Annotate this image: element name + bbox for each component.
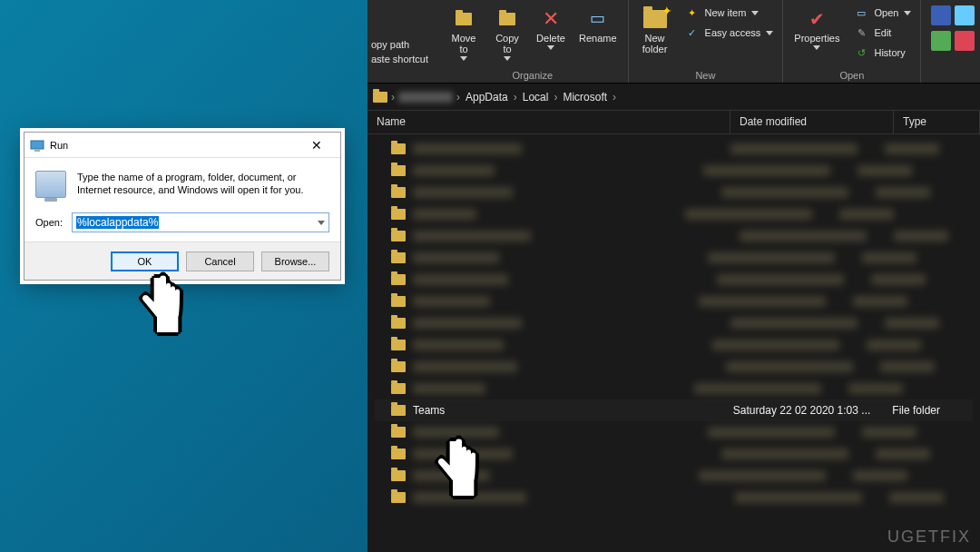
file-name-label: Teams: [413, 404, 733, 417]
organize-label: Organize: [512, 70, 553, 81]
chevron-down-icon: [904, 11, 911, 15]
breadcrumb-appdata[interactable]: AppData: [464, 91, 510, 104]
watermark: UGETFIX: [887, 527, 971, 547]
copy-to-button[interactable]: Copy to: [486, 4, 528, 64]
folder-icon: [391, 296, 406, 307]
list-item[interactable]: [375, 312, 973, 334]
folder-icon: [391, 427, 406, 438]
breadcrumb-separator: ›: [612, 91, 616, 104]
list-item[interactable]: [375, 378, 973, 399]
ribbon: opy path aste shortcut Move to Copy to ✕…: [368, 0, 980, 84]
breadcrumb-blurred[interactable]: [398, 92, 453, 103]
folder-icon: [391, 361, 406, 372]
browse-button[interactable]: Browse...: [261, 251, 329, 271]
edit-icon: ✎: [858, 27, 866, 39]
edit-button[interactable]: ✎Edit: [850, 24, 915, 42]
svg-rect-0: [31, 141, 44, 149]
list-item[interactable]: [375, 334, 973, 356]
list-item[interactable]: [375, 465, 973, 487]
folder-icon: [391, 470, 406, 481]
list-item[interactable]: [375, 487, 973, 508]
ok-button[interactable]: OK: [111, 251, 179, 271]
list-item-teams[interactable]: Teams Saturday 22 02 2020 1:03 ... File …: [375, 399, 973, 421]
list-item[interactable]: [375, 160, 973, 182]
move-to-button[interactable]: Move to: [443, 4, 485, 64]
folder-icon: [391, 143, 406, 154]
list-item[interactable]: [375, 182, 973, 203]
list-item[interactable]: [375, 291, 973, 312]
sparkle-icon: ✦: [688, 7, 696, 19]
delete-button[interactable]: ✕Delete: [530, 4, 572, 54]
widget-tile[interactable]: [931, 31, 951, 51]
run-input[interactable]: %localappdata%: [72, 212, 329, 232]
list-item[interactable]: [375, 269, 973, 291]
new-label: New: [695, 70, 715, 81]
breadcrumb-local[interactable]: Local: [521, 91, 551, 104]
folder-icon: [391, 318, 406, 329]
column-header-date[interactable]: Date modified: [730, 111, 894, 133]
delete-icon: ✕: [543, 8, 559, 30]
file-explorer-window: opy path aste shortcut Move to Copy to ✕…: [368, 0, 980, 552]
new-folder-button[interactable]: ✦New folder: [634, 4, 676, 58]
list-item[interactable]: [375, 421, 973, 443]
folder-icon: [499, 13, 515, 25]
new-item-button[interactable]: ✦New item: [681, 4, 778, 22]
folder-icon: [391, 187, 406, 198]
folder-icon: [391, 252, 406, 263]
list-item[interactable]: [375, 356, 973, 378]
chevron-down-icon: [547, 45, 554, 50]
column-header-name[interactable]: Name: [368, 111, 730, 133]
column-header-type[interactable]: Type: [894, 111, 980, 133]
folder-icon: [391, 340, 406, 350]
run-titlebar[interactable]: Run ✕: [24, 133, 340, 158]
widget-tile[interactable]: [931, 5, 951, 25]
ribbon-group-organize: Move to Copy to ✕Delete ▭Rename Organize: [437, 0, 629, 83]
cancel-button[interactable]: Cancel: [186, 251, 254, 271]
list-item[interactable]: [375, 247, 973, 269]
copy-path-button[interactable]: opy path: [371, 39, 428, 50]
folder-icon: [391, 165, 406, 176]
folder-icon: [391, 231, 406, 242]
column-headers: Name Date modified Type: [368, 111, 980, 134]
open-group-label: Open: [839, 70, 864, 81]
chevron-down-icon: [751, 11, 759, 15]
list-item[interactable]: [375, 225, 973, 247]
paste-shortcut-button[interactable]: aste shortcut: [371, 54, 428, 64]
breadcrumb-separator: ›: [514, 91, 517, 104]
close-icon: ✕: [311, 138, 322, 153]
address-bar[interactable]: › › AppData › Local › Microsoft ›: [368, 84, 980, 111]
rename-icon: ▭: [590, 10, 605, 28]
run-icon: [30, 138, 44, 153]
rename-button[interactable]: ▭Rename: [573, 4, 622, 47]
close-button[interactable]: ✕: [299, 134, 335, 156]
file-list[interactable]: Teams Saturday 22 02 2020 1:03 ... File …: [368, 134, 980, 512]
widget-tile[interactable]: [955, 5, 975, 25]
folder-icon: [391, 448, 406, 459]
list-item[interactable]: [375, 138, 973, 160]
open-button[interactable]: ▭Open: [850, 4, 915, 22]
monitor-icon: [35, 171, 66, 198]
easy-access-button[interactable]: ✓Easy access: [681, 24, 778, 42]
checkmark-icon: ✔: [809, 9, 825, 29]
ribbon-widgets: [926, 0, 980, 83]
folder-icon: ✦: [643, 10, 667, 28]
folder-icon: [456, 13, 472, 25]
breadcrumb-separator: ›: [456, 91, 460, 104]
chevron-down-icon: [813, 45, 820, 50]
chevron-down-icon[interactable]: [318, 221, 325, 225]
run-description: Type the name of a program, folder, docu…: [77, 171, 329, 197]
breadcrumb-separator: ›: [391, 91, 395, 104]
open-icon: ▭: [857, 7, 866, 19]
list-item[interactable]: [375, 443, 973, 465]
widget-tile[interactable]: [955, 31, 975, 51]
breadcrumb-separator: ›: [554, 91, 557, 104]
easy-access-icon: ✓: [688, 27, 696, 39]
chevron-down-icon: [460, 56, 467, 61]
list-item[interactable]: [375, 203, 973, 225]
svg-rect-1: [34, 150, 40, 152]
properties-button[interactable]: ✔Properties: [789, 4, 845, 54]
ribbon-group-new: ✦New folder ✦New item ✓Easy access New: [629, 0, 784, 83]
run-title-text: Run: [50, 140, 68, 151]
breadcrumb-microsoft[interactable]: Microsoft: [561, 91, 609, 104]
history-button[interactable]: ↺History: [850, 44, 915, 62]
